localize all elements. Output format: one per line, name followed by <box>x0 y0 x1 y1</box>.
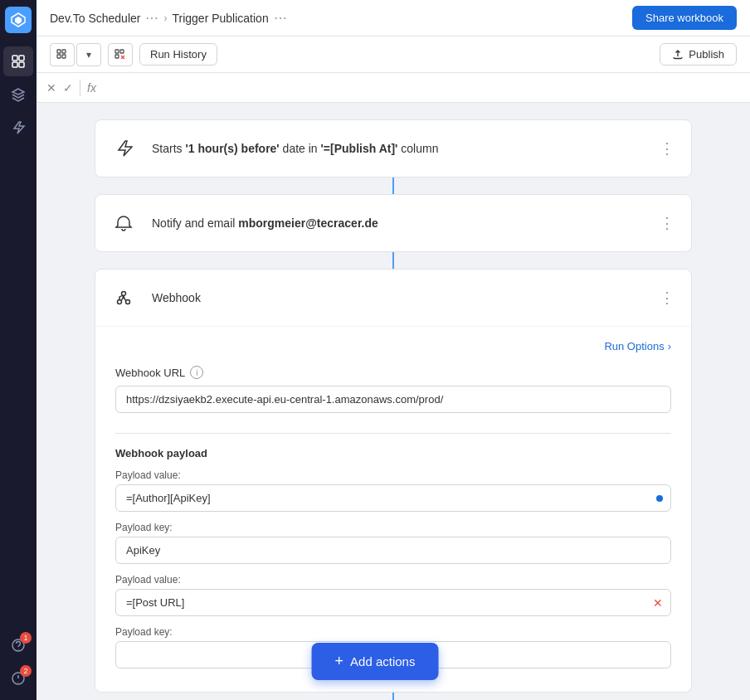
sidebar-item-lightning[interactable] <box>3 113 33 143</box>
toolbar: ▾ Run History Publish <box>37 36 750 73</box>
workflow-name: Trigger Publication <box>172 12 268 25</box>
svg-rect-3 <box>19 56 24 61</box>
bell-icon <box>109 208 139 238</box>
workflow-menu-icon[interactable]: ⋯ <box>274 10 287 26</box>
payload-key-1-row <box>115 537 671 564</box>
project-menu-icon[interactable]: ⋯ <box>145 10 158 26</box>
svg-rect-11 <box>62 55 66 58</box>
connector-1 <box>95 177 692 194</box>
payload-value-1-input[interactable] <box>115 484 671 512</box>
sidebar-item-layers[interactable] <box>3 80 33 109</box>
formula-bar: ✕ ✓ fx <box>37 73 750 103</box>
payload-value-2-remove-icon[interactable]: ✕ <box>653 596 663 610</box>
sidebar-item-grid[interactable] <box>3 46 33 76</box>
payload-value-1-label: Payload value: <box>115 469 671 481</box>
svg-rect-4 <box>12 62 17 67</box>
webhook-payload-label: Webhook payload <box>115 447 671 459</box>
divider <box>115 433 671 434</box>
svg-point-18 <box>126 300 130 304</box>
notify-card: Notify and email mborgmeier@tecracer.de … <box>95 194 692 252</box>
notify-card-content: Notify and email mborgmeier@tecracer.de <box>152 216 643 230</box>
main-area: Dev.To Scheduler ⋯ › Trigger Publication… <box>37 0 750 700</box>
add-actions-bar: + Add actions <box>312 643 439 680</box>
webhook-title: Webhook <box>152 291 643 304</box>
trigger-card-menu-icon[interactable]: ⋮ <box>656 136 678 161</box>
connector-line-3 <box>392 693 394 700</box>
alert-badge: 2 <box>20 665 32 677</box>
topbar: Dev.To Scheduler ⋯ › Trigger Publication… <box>37 0 750 36</box>
connector-line-2 <box>392 252 394 269</box>
connector-2 <box>95 252 692 269</box>
lightning-icon <box>109 134 139 163</box>
cancel-formula-icon[interactable]: ✕ <box>46 81 56 95</box>
webhook-body: Run Options › Webhook URL i Webhook payl… <box>95 327 691 692</box>
webhook-card: Webhook ⋮ Run Options › Webhook URL i We… <box>95 269 692 693</box>
webhook-icon <box>109 283 139 313</box>
help-badge: 1 <box>20 632 32 644</box>
payload-key-2-label: Payload key: <box>115 626 671 638</box>
chevron-right-icon: › <box>668 340 671 352</box>
webhook-card-menu-icon[interactable]: ⋮ <box>656 285 678 310</box>
sidebar: 1 2 <box>0 0 37 700</box>
svg-rect-8 <box>57 50 61 53</box>
trigger-card-content: Starts '1 hour(s) before' date in '=[Pub… <box>152 142 643 155</box>
sidebar-item-help[interactable]: 1 <box>3 630 33 660</box>
view-icon-group: ▾ <box>50 43 101 66</box>
sidebar-item-alert[interactable]: 2 <box>3 664 33 693</box>
run-options-link[interactable]: Run Options › <box>115 340 671 352</box>
svg-rect-9 <box>62 50 66 53</box>
confirm-formula-icon[interactable]: ✓ <box>63 81 73 95</box>
notify-card-menu-icon[interactable]: ⋮ <box>656 211 678 236</box>
project-name: Dev.To Scheduler <box>50 12 140 25</box>
svg-rect-10 <box>57 55 61 58</box>
share-workbook-button[interactable]: Share workbook <box>632 6 737 30</box>
grid-view-button[interactable] <box>50 43 75 66</box>
content-area: Starts '1 hour(s) before' date in '=[Pub… <box>37 103 750 700</box>
fx-label: fx <box>87 81 96 95</box>
publish-button[interactable]: Publish <box>660 43 737 66</box>
grid-x-button[interactable] <box>108 43 133 66</box>
connector-3 <box>95 693 692 700</box>
plus-icon: + <box>335 653 344 670</box>
payload-value-2-row: ✕ <box>115 589 671 616</box>
payload-key-1-input[interactable] <box>115 537 671 564</box>
svg-rect-2 <box>12 56 17 61</box>
svg-marker-1 <box>15 17 22 24</box>
add-actions-button[interactable]: + Add actions <box>312 643 439 680</box>
breadcrumb-separator: › <box>163 12 167 24</box>
run-history-button[interactable]: Run History <box>139 43 217 66</box>
svg-rect-13 <box>120 50 124 53</box>
svg-rect-5 <box>19 62 24 67</box>
payload-value-2-label: Payload value: <box>115 574 671 586</box>
svg-rect-14 <box>115 55 119 58</box>
webhook-url-input[interactable] <box>115 386 671 413</box>
webhook-header: Webhook ⋮ <box>95 270 691 327</box>
webhook-url-label: Webhook URL i <box>115 366 671 379</box>
connector-line-1 <box>392 177 394 194</box>
payload-key-1-label: Payload key: <box>115 522 671 533</box>
dropdown-arrow-button[interactable]: ▾ <box>76 43 101 66</box>
svg-rect-12 <box>115 50 119 53</box>
info-icon[interactable]: i <box>190 366 203 379</box>
payload-value-2-input[interactable] <box>115 589 671 616</box>
payload-value-1-dot <box>656 495 663 502</box>
breadcrumb: Dev.To Scheduler ⋯ › Trigger Publication… <box>50 10 626 26</box>
formula-divider <box>80 80 80 96</box>
trigger-card: Starts '1 hour(s) before' date in '=[Pub… <box>95 119 692 177</box>
app-logo[interactable] <box>5 7 32 33</box>
payload-value-1-row <box>115 484 671 512</box>
